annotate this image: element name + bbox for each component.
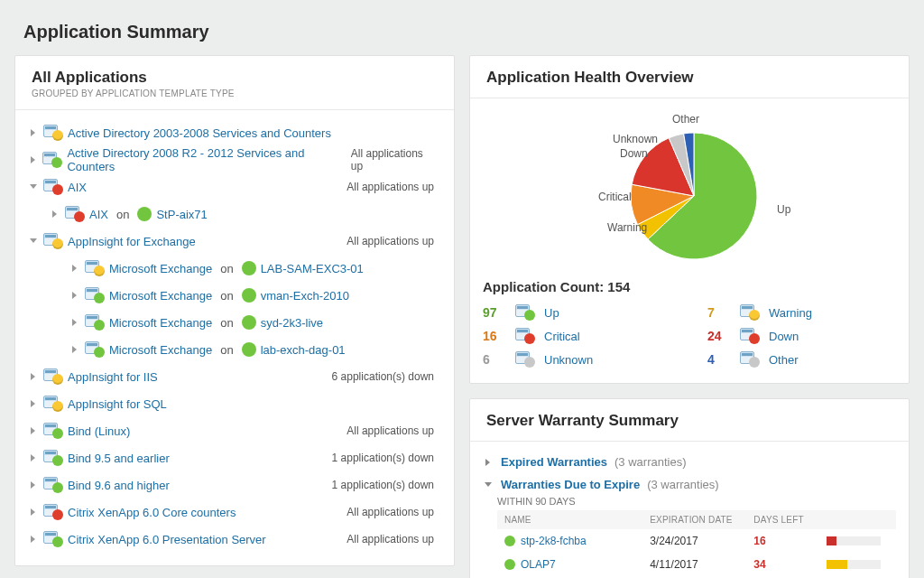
caret-icon[interactable] xyxy=(69,263,80,274)
health-title: Application Health Overview xyxy=(486,69,892,87)
due-warranties-link[interactable]: Warranties Due to Expire xyxy=(501,478,640,491)
app-group-link[interactable]: AppInsight for IIS xyxy=(68,370,158,384)
legend-count: 4 xyxy=(707,352,731,367)
node-status-icon xyxy=(242,342,256,357)
app-group-link[interactable]: Citrix XenApp 6.0 Core counters xyxy=(68,506,236,519)
caret-icon[interactable] xyxy=(28,452,39,463)
col-days-left: DAYS LEFT xyxy=(753,515,827,525)
expired-count: (3 warranties) xyxy=(614,455,686,469)
panel-health-overview: Application Health Overview Other Unknow… xyxy=(469,55,910,384)
warranty-node-link[interactable]: OLAP7 xyxy=(521,558,556,571)
tree-row: AppInsight for IIS6 application(s) down xyxy=(28,363,441,390)
status-badge xyxy=(51,157,62,168)
tree-row: Microsoft Exchangeonsyd-2k3-live xyxy=(28,309,441,336)
tree-row: Microsoft Exchangeonvman-Exch-2010 xyxy=(28,282,441,309)
status-badge xyxy=(74,211,85,222)
caret-icon[interactable] xyxy=(28,425,39,436)
days-left-bar xyxy=(827,536,881,545)
tree-row: Bind 9.6 and higher1 application(s) down xyxy=(28,471,441,499)
status-badge xyxy=(524,357,535,368)
status-badge xyxy=(94,293,105,303)
node-link[interactable]: vman-Exch-2010 xyxy=(261,289,349,303)
app-link[interactable]: AIX xyxy=(89,208,108,221)
legend-label[interactable]: Unknown xyxy=(544,353,593,367)
pie-label-other: Other xyxy=(672,113,699,126)
legend-count: 97 xyxy=(483,305,506,320)
apps-tree: Active Directory 2003-2008 Services and … xyxy=(15,110,454,565)
on-text: on xyxy=(220,262,233,275)
caret-icon[interactable] xyxy=(28,182,39,192)
pie-label-unknown: Unknown xyxy=(613,133,658,145)
caret-icon[interactable] xyxy=(483,457,494,468)
main-columns: All Applications GROUPED BY APPLICATION … xyxy=(14,55,910,578)
tree-row: Active Directory 2003-2008 Services and … xyxy=(28,119,441,146)
app-group-link[interactable]: AppInsight for SQL xyxy=(68,397,167,411)
app-group-link[interactable]: Bind 9.5 and earlier xyxy=(68,452,170,465)
app-group-link[interactable]: Bind 9.6 and higher xyxy=(68,479,170,492)
caret-down-icon[interactable] xyxy=(483,480,494,490)
caret-icon[interactable] xyxy=(28,398,39,409)
legend-row: 16Critical xyxy=(483,325,671,347)
caret-icon[interactable] xyxy=(28,127,39,138)
app-link[interactable]: Microsoft Exchange xyxy=(109,343,212,357)
app-group-link[interactable]: AppInsight for Exchange xyxy=(68,235,196,248)
tree-row: AIXonStP-aix71 xyxy=(28,200,441,228)
pie-label-critical: Critical xyxy=(598,191,632,203)
caret-icon[interactable] xyxy=(69,317,80,328)
status-text: All applications up xyxy=(346,181,441,193)
node-link[interactable]: LAB-SAM-EXC3-01 xyxy=(261,262,364,275)
expired-warranties-link[interactable]: Expired Warranties xyxy=(501,455,607,469)
tree-row: AppInsight for ExchangeAll applications … xyxy=(28,228,441,255)
status-badge xyxy=(52,184,63,195)
status-badge xyxy=(94,266,105,276)
caret-icon[interactable] xyxy=(28,534,39,545)
legend-row: 97Up xyxy=(483,302,671,323)
within-label: WITHIN 90 DAYS xyxy=(497,496,896,507)
status-badge xyxy=(749,333,760,344)
legend-row: 7Warning xyxy=(707,302,896,323)
tree-row: AppInsight for SQL xyxy=(28,390,441,417)
legend-label[interactable]: Other xyxy=(769,353,799,367)
warranty-node-link[interactable]: stp-2k8-fchba xyxy=(521,535,587,547)
status-badge xyxy=(524,333,535,344)
legend-label[interactable]: Critical xyxy=(544,330,580,343)
status-badge xyxy=(94,320,105,331)
legend-label[interactable]: Warning xyxy=(769,306,812,320)
caret-icon[interactable] xyxy=(28,371,39,382)
legend-label[interactable]: Up xyxy=(544,306,559,320)
warranty-row: OLAP74/11/201734 xyxy=(497,553,896,576)
caret-icon[interactable] xyxy=(28,236,39,247)
app-link[interactable]: Microsoft Exchange xyxy=(109,289,212,303)
status-text: 1 application(s) down xyxy=(332,452,441,464)
status-badge xyxy=(52,130,63,141)
caret-icon[interactable] xyxy=(28,480,39,490)
app-link[interactable]: Microsoft Exchange xyxy=(109,316,212,330)
caret-icon[interactable] xyxy=(69,290,80,301)
health-legend: 97Up16Critical6Unknown7Warning24Down4Oth… xyxy=(483,302,896,370)
caret-icon[interactable] xyxy=(69,344,80,355)
node-link[interactable]: syd-2k3-live xyxy=(261,316,323,330)
col-name: NAME xyxy=(504,515,650,525)
status-badge xyxy=(52,428,63,439)
status-text: All applications up xyxy=(346,506,441,518)
on-text: on xyxy=(220,289,233,303)
status-badge xyxy=(52,536,63,547)
legend-label[interactable]: Down xyxy=(769,330,799,343)
node-link[interactable]: lab-exch-dag-01 xyxy=(261,343,346,357)
app-group-link[interactable]: Citrix XenApp 6.0 Presentation Server xyxy=(68,533,266,546)
status-badge xyxy=(52,401,63,412)
status-text: All applications up xyxy=(346,235,441,247)
due-count: (3 warranties) xyxy=(647,478,718,491)
on-text: on xyxy=(220,316,233,330)
app-group-link[interactable]: Active Directory 2008 R2 - 2012 Services… xyxy=(67,146,341,173)
status-badge xyxy=(524,310,535,321)
node-link[interactable]: StP-aix71 xyxy=(156,208,207,221)
days-left: 34 xyxy=(753,558,827,571)
app-group-link[interactable]: Active Directory 2003-2008 Services and … xyxy=(68,126,331,140)
caret-icon[interactable] xyxy=(28,507,39,517)
app-link[interactable]: Microsoft Exchange xyxy=(109,262,212,275)
caret-icon[interactable] xyxy=(50,209,60,219)
caret-icon[interactable] xyxy=(28,154,38,165)
app-group-link[interactable]: AIX xyxy=(68,181,87,194)
app-group-link[interactable]: Bind (Linux) xyxy=(68,424,130,438)
